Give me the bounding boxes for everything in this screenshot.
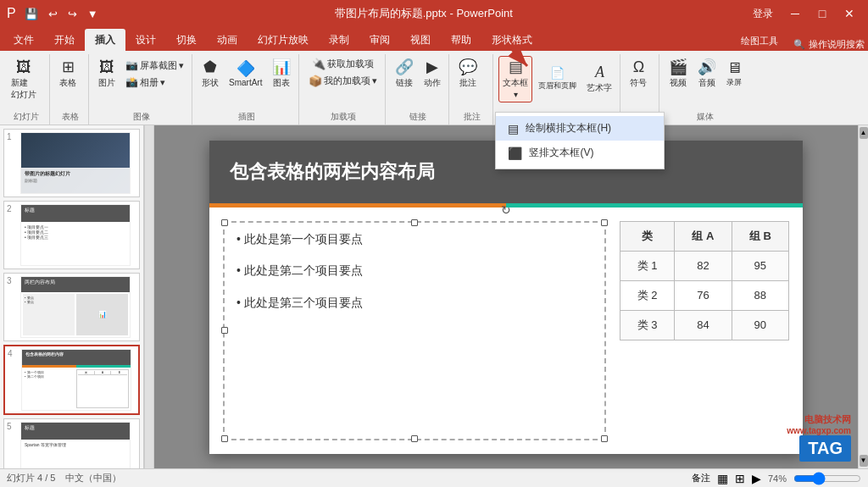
group-addins-label: 加载项: [301, 111, 385, 123]
video-button[interactable]: 🎬 视频: [665, 56, 692, 92]
cell-r3c3: 90: [732, 310, 788, 340]
slide-panel-scrollbar[interactable]: [144, 125, 154, 468]
handle-tl[interactable]: [221, 219, 228, 226]
normal-view-button[interactable]: ▦: [717, 472, 728, 485]
slide-thumb-3[interactable]: 3 两栏内容布局 • 要点 • 要点 📊: [3, 273, 140, 341]
group-image: 🖼 图片 📷 屏幕截图 ▾ 📸 相册 ▾ 图像: [91, 54, 192, 125]
slide-sorter-button[interactable]: ⊞: [735, 472, 745, 485]
cell-r2c1: 类 2: [620, 280, 675, 310]
save-button[interactable]: 💾: [21, 6, 42, 22]
chart-button[interactable]: 📊 图表: [268, 56, 295, 92]
header-footer-button[interactable]: 📄 页眉和页脚: [534, 64, 581, 95]
vertical-textbox-icon: ⬛: [508, 147, 522, 160]
title-bar-right: 登录 ─ □ ✕: [746, 4, 861, 23]
slide-info: 幻灯片 4 / 5: [7, 472, 55, 484]
group-illustrations-label: 插图: [194, 111, 298, 123]
scroll-down-btn[interactable]: ▼: [860, 455, 868, 467]
slide-num-1: 1: [7, 132, 17, 141]
tab-design[interactable]: 设计: [125, 29, 166, 51]
handle-tr[interactable]: [601, 219, 608, 226]
screen-record-button[interactable]: 🖥 录屏: [722, 57, 746, 92]
slide-thumb-4[interactable]: 4 包含表格的两栏内容 • 第一个项目 • 第二个项目 类 A B: [3, 345, 140, 415]
shapes-button[interactable]: ⬟ 形状: [198, 56, 223, 92]
vertical-scrollbar[interactable]: ▲ ▼: [858, 125, 868, 468]
dropdown-item-horizontal[interactable]: ▤ 绘制横排文本框(H): [496, 116, 664, 141]
dropdown-item-vertical[interactable]: ⬛ 竖排文本框(V): [496, 141, 664, 165]
new-slide-button[interactable]: 🖼 新建幻灯片: [7, 56, 41, 104]
handle-bm[interactable]: [411, 435, 418, 442]
zoom-slider[interactable]: [793, 472, 861, 485]
comment-button[interactable]: 💬 批注: [454, 56, 481, 92]
screen-record-label: 录屏: [726, 77, 742, 88]
table-button[interactable]: ⊞ 表格: [55, 56, 81, 92]
close-button[interactable]: ✕: [837, 4, 861, 23]
customize-qa-button[interactable]: ▼: [84, 6, 102, 22]
login-button[interactable]: 登录: [746, 4, 780, 23]
slide-thumb-2[interactable]: 2 标题 • 项目要点一 • 项目要点二 • 项目要点三: [3, 201, 140, 269]
rotate-handle[interactable]: ↻: [501, 203, 511, 217]
maximize-button[interactable]: □: [810, 4, 834, 23]
tab-slideshow[interactable]: 幻灯片放映: [248, 29, 319, 51]
get-addins-button[interactable]: 🔌 获取加载项: [308, 56, 378, 72]
screenshot-button[interactable]: 📷 屏幕截图 ▾: [121, 58, 188, 74]
slide-thumb-5[interactable]: 5 标题 Spartan 等宽字体管理: [3, 418, 140, 468]
tab-help[interactable]: 帮助: [441, 29, 481, 51]
cell-r1c2: 82: [675, 251, 732, 280]
smartart-icon: 🔷: [236, 61, 255, 78]
handle-br[interactable]: [601, 435, 608, 442]
bullet-2: • 此处是第二个项目要点: [236, 263, 593, 279]
wordart-button[interactable]: A 艺术字: [582, 61, 616, 97]
smartart-button[interactable]: 🔷 SmartArt: [225, 58, 266, 91]
slide-panel: 1 带图片的标题幻灯片 副标题 2 标题 • 项目要点一 • 项目要点二 • 项…: [0, 125, 144, 468]
group-slides: 🖼 新建幻灯片 幻灯片: [3, 54, 50, 125]
tab-animations[interactable]: 动画: [207, 29, 248, 51]
group-table: ⊞ 表格 表格: [52, 54, 89, 125]
album-button[interactable]: 📸 相册 ▾: [121, 75, 188, 91]
vertical-textbox-label: 竖排文本框(V): [529, 146, 593, 160]
watermark-site: 电脑技术网: [804, 413, 851, 426]
link-button[interactable]: 🔗 链接: [391, 56, 418, 92]
audio-icon: 🔊: [698, 59, 716, 76]
group-slides-label: 幻灯片: [3, 111, 49, 123]
cell-r1c1: 类 1: [620, 251, 675, 280]
picture-label: 图片: [98, 77, 115, 89]
tab-home[interactable]: 开始: [44, 29, 85, 51]
handle-tm[interactable]: [411, 219, 418, 226]
slide-title: 包含表格的两栏内容布局: [230, 159, 435, 185]
redo-button[interactable]: ↪: [64, 6, 81, 22]
symbol-button[interactable]: Ω 符号: [626, 56, 651, 92]
comment-label: 批注: [459, 77, 476, 89]
group-links-label: 链接: [387, 111, 448, 123]
notes-button[interactable]: 备注: [692, 472, 710, 484]
my-addins-button[interactable]: 📦 我的加载项 ▾: [304, 73, 381, 89]
ribbon-content: 🖼 新建幻灯片 幻灯片 ⊞ 表格 表格 🖼 图片 📷 屏幕截图: [0, 51, 868, 125]
handle-bl[interactable]: [221, 435, 228, 442]
table-header-col2: 组 A: [675, 221, 732, 251]
audio-button[interactable]: 🔊 音频: [693, 56, 721, 92]
tab-file[interactable]: 文件: [3, 29, 44, 51]
slide-thumb-1[interactable]: 1 带图片的标题幻灯片 副标题: [3, 129, 140, 197]
tab-record[interactable]: 录制: [319, 29, 359, 51]
screenshot-icon: 📷: [125, 59, 138, 71]
tab-transitions[interactable]: 切换: [166, 29, 207, 51]
tab-review[interactable]: 审阅: [359, 29, 400, 51]
horizontal-textbox-label: 绘制横排文本框(H): [526, 121, 611, 136]
reading-view-button[interactable]: ▶: [752, 472, 761, 485]
handle-ml[interactable]: [221, 327, 228, 334]
table-label: 表格: [59, 77, 76, 89]
shapes-icon: ⬟: [203, 59, 217, 76]
picture-button[interactable]: 🖼 图片: [94, 56, 120, 92]
chart-icon: 📊: [272, 59, 291, 76]
cell-r2c3: 88: [732, 280, 788, 310]
minimize-button[interactable]: ─: [783, 4, 807, 23]
action-button[interactable]: ▶ 动作: [420, 56, 445, 92]
slide-body: • 此处是第一个项目要点 • 此处是第二个项目要点 • 此处是第三个项目要点 类…: [209, 208, 803, 454]
watermark-url: www.tagxp.com: [787, 426, 851, 435]
tab-view[interactable]: 视图: [400, 29, 441, 51]
slide-table: 类 组 A 组 B 类 1 82 95: [620, 221, 789, 340]
window-title: 带图片布局的标题.pptx - PowerPoint: [335, 6, 513, 21]
undo-button[interactable]: ↩: [45, 6, 61, 22]
scroll-up-btn[interactable]: ▲: [860, 127, 868, 139]
tab-insert[interactable]: 插入: [85, 29, 125, 51]
slide-preview-5: 标题 Spartan 等宽字体管理: [20, 422, 131, 468]
